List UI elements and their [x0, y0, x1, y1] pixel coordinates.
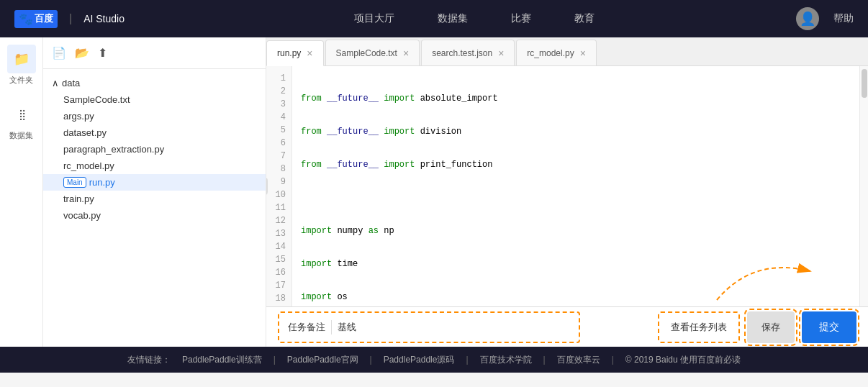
tab-runpy-label: run.py [277, 48, 301, 58]
ln-2: 2 [266, 85, 291, 98]
grid-icon: ⣿ [19, 109, 24, 120]
folder-data[interactable]: ∧ data [43, 75, 266, 91]
main-area: 📁 文件夹 ⣿ 数据集 📄 📂 ⬆ ∧ data SampleCode.txt [0, 37, 868, 347]
code-line-3: from __future__ import print_function [301, 158, 851, 171]
footer-sep-1: | [273, 355, 276, 365]
code-editor[interactable]: ◀ 1 2 3 4 5 6 7 8 9 10 11 12 13 14 15 16… [266, 66, 868, 306]
folder-data-label: data [62, 78, 80, 88]
ln-9: 9 [266, 176, 291, 188]
baseline-label: 基线 [338, 321, 356, 334]
logo-divider: | [69, 12, 72, 25]
code-line-2: from __future__ import division [301, 125, 851, 138]
save-button[interactable]: 保存 [747, 311, 795, 343]
file-toolbar: 📄 📂 ⬆ [43, 37, 266, 69]
nav-education[interactable]: 教育 [574, 12, 595, 25]
tabs-bar: run.py × SampleCode.txt × search.test.js… [266, 37, 868, 66]
ln-12: 12 [266, 214, 291, 227]
tab-search-label: search.test.json [432, 48, 492, 58]
file-runpy[interactable]: Main run.py [43, 174, 266, 191]
code-line-7: import os [301, 291, 851, 304]
ln-10: 10 [266, 188, 291, 201]
sidebar-section-datasets: ⣿ 数据集 [7, 100, 36, 141]
logo-area: 🐾 百度 | AI Studio [14, 10, 125, 28]
view-task-list-button[interactable]: 查看任务列表 [658, 311, 740, 343]
tab-rcmodel[interactable]: rc_model.py × [516, 40, 597, 65]
code-line-5: import numpy as np [301, 224, 851, 237]
file-args[interactable]: args.py [43, 108, 266, 124]
sidebar-section-files: 📁 文件夹 [7, 45, 36, 86]
footer-link-academy[interactable]: 百度技术学院 [480, 354, 532, 366]
baidu-logo: 🐾 百度 [14, 10, 58, 28]
ln-8: 8 [266, 163, 291, 176]
sidebar: 📁 文件夹 ⣿ 数据集 [0, 37, 43, 347]
scrollbar-vertical[interactable] [859, 66, 868, 306]
task-input-group: 任务备注 基线 [278, 311, 580, 343]
file-panel: 📄 📂 ⬆ ∧ data SampleCode.txt args.py data… [43, 37, 266, 347]
ln-11: 11 [266, 201, 291, 214]
file-samplecode[interactable]: SampleCode.txt [43, 91, 266, 108]
file-train[interactable]: train.py [43, 191, 266, 207]
collapse-panel-button[interactable]: ◀ [266, 178, 268, 195]
nav-competitions[interactable]: 比赛 [511, 12, 531, 25]
file-paragraph-label: paragraph_extraction.py [63, 144, 164, 155]
tab-samplecode[interactable]: SampleCode.txt × [325, 40, 420, 65]
nav-projects[interactable]: 项目大厅 [354, 12, 394, 25]
file-dataset[interactable]: dataset.py [43, 124, 266, 141]
sidebar-item-files[interactable]: 📁 [7, 45, 36, 73]
new-folder-icon[interactable]: 📂 [75, 46, 89, 60]
sidebar-item-datasets[interactable]: ⣿ [7, 100, 36, 129]
main-badge: Main [63, 177, 86, 188]
footer-link-official[interactable]: PaddlePaddle官网 [287, 354, 358, 366]
ln-15: 15 [266, 253, 291, 266]
studio-text: AI Studio [83, 13, 125, 24]
file-rcmodel[interactable]: rc_model.py [43, 158, 266, 174]
tab-search-close[interactable]: × [498, 47, 504, 59]
tab-search[interactable]: search.test.json × [421, 40, 515, 65]
right-buttons: 查看任务列表 保存 提交 [658, 311, 856, 343]
ln-6: 6 [266, 137, 291, 150]
ln-7: 7 [266, 150, 291, 163]
footer-link-source[interactable]: PaddlePaddle源码 [384, 354, 455, 366]
ln-17: 17 [266, 279, 291, 292]
ln-16: 16 [266, 266, 291, 279]
file-vocab[interactable]: vocab.py [43, 207, 266, 224]
task-input-field[interactable] [362, 322, 570, 332]
footer-link-cloud[interactable]: 百度效率云 [557, 354, 600, 366]
ln-5: 5 [266, 124, 291, 137]
footer-link-camp[interactable]: PaddlePaddle训练营 [182, 354, 262, 366]
task-label: 任务备注 [288, 321, 325, 334]
submit-button[interactable]: 提交 [802, 311, 856, 343]
file-paragraph[interactable]: paragraph_extraction.py [43, 141, 266, 158]
task-divider [331, 320, 332, 334]
file-vocab-label: vocab.py [63, 210, 101, 221]
editor-area: run.py × SampleCode.txt × search.test.js… [266, 37, 868, 347]
nav-items: 项目大厅 数据集 比赛 教育 [153, 12, 796, 25]
tab-samplecode-close[interactable]: × [403, 47, 409, 59]
file-rcmodel-label: rc_model.py [63, 160, 114, 171]
tab-runpy-close[interactable]: × [307, 47, 312, 59]
file-runpy-label: run.py [89, 177, 115, 188]
file-train-label: train.py [63, 194, 94, 204]
footer-prefix: 友情链接： [127, 354, 171, 366]
nav-datasets[interactable]: 数据集 [438, 12, 468, 25]
help-link[interactable]: 帮助 [833, 12, 854, 25]
file-tree: ∧ data SampleCode.txt args.py dataset.py… [43, 69, 266, 347]
tab-rcmodel-close[interactable]: × [580, 47, 586, 59]
sidebar-label-files: 文件夹 [9, 75, 33, 86]
chevron-down-icon: ∧ [52, 78, 59, 88]
tab-samplecode-label: SampleCode.txt [336, 48, 397, 58]
nav-right: 👤 帮助 [796, 7, 854, 30]
ln-18: 18 [266, 292, 291, 305]
upload-icon[interactable]: ⬆ [98, 46, 107, 60]
tab-runpy[interactable]: run.py × [266, 40, 324, 66]
paw-icon: 🐾 [19, 12, 33, 26]
code-line-6: import time [301, 258, 851, 270]
code-lines: from __future__ import absolute_import f… [292, 66, 859, 306]
scroll-thumb[interactable] [862, 69, 867, 98]
new-file-icon[interactable]: 📄 [52, 46, 66, 60]
avatar[interactable]: 👤 [796, 7, 819, 30]
file-dataset-label: dataset.py [63, 127, 107, 138]
tab-rcmodel-label: rc_model.py [527, 48, 574, 58]
ln-1: 1 [266, 72, 291, 85]
ln-3: 3 [266, 98, 291, 111]
